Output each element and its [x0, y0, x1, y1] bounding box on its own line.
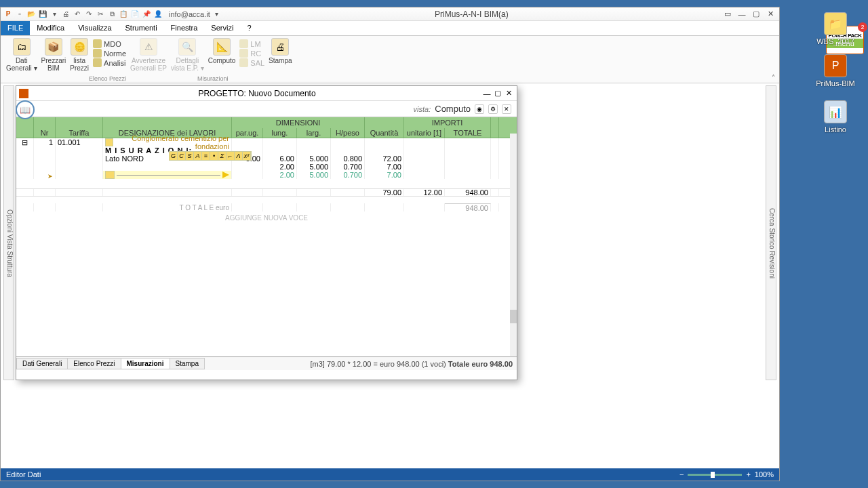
fmt-bullet[interactable]: • [210, 152, 218, 160]
proj-min-icon[interactable]: — [481, 89, 492, 98]
tab-stampa[interactable]: Stampa [170, 358, 205, 369]
open-icon[interactable]: 📂 [26, 9, 36, 19]
minimize-icon[interactable]: — [736, 10, 748, 18]
mis-row-1[interactable]: Lato NORD 3.00 6.00 5.000 0.800 72.00 [16, 155, 517, 163]
right-panel-strip[interactable]: Cerca Storico Revisioni [766, 85, 776, 380]
grid-scrollbar[interactable] [510, 134, 517, 356]
zoom-out-icon[interactable]: − [679, 470, 684, 479]
menu-strumenti[interactable]: Strumenti [119, 21, 164, 35]
tab-elenco-prezzi[interactable]: Elenco Prezzi [67, 358, 121, 369]
item-icon [105, 138, 113, 146]
paste2-icon[interactable]: 📄 [130, 9, 140, 19]
fmt-align[interactable]: ≡ [202, 152, 210, 160]
app-title: PriMus-A-N-I BIM(a) [224, 9, 719, 19]
statusbar-text: Editor Dati [6, 470, 41, 479]
mis-row-2[interactable]: 2.00 5.000 0.700 7.00 [16, 163, 517, 171]
app-icon: P [3, 9, 13, 19]
rib-lm: LM [239, 39, 264, 48]
rib-sal: SAL [239, 58, 264, 67]
undo-icon[interactable]: ↶ [73, 9, 82, 19]
project-icon [19, 89, 28, 98]
rib-stampa[interactable]: 🖨Stampa [269, 38, 292, 64]
new-icon[interactable]: ▫ [15, 9, 24, 19]
colgroup-dim: DIMENSIONI [232, 117, 365, 128]
zoom-in-icon[interactable]: + [746, 470, 750, 479]
col-tariffa[interactable]: Tariffa [56, 128, 103, 138]
vista-book-icon[interactable]: 📖 [16, 100, 35, 119]
tab-misurazioni[interactable]: Misurazioni [121, 358, 170, 369]
col-nr[interactable]: Nr [34, 128, 56, 138]
maximize-icon[interactable]: ▢ [750, 9, 762, 18]
ribgroup-misurazioni: Misurazioni [197, 75, 229, 82]
fmt-and[interactable]: Λ [235, 152, 243, 160]
fmt-g[interactable]: G [170, 152, 178, 160]
cut-icon[interactable]: ✂ [96, 9, 105, 19]
save-icon[interactable]: 💾 [38, 9, 47, 19]
menu-visualizza[interactable]: Visualizza [71, 21, 118, 35]
desktop-listino[interactable]: 📊Listino [815, 100, 856, 134]
vista-eye-icon[interactable]: ◉ [475, 104, 484, 114]
menu-help[interactable]: ? [240, 21, 258, 35]
menu-modifica[interactable]: Modifica [30, 21, 71, 35]
proj-close-icon[interactable]: ✕ [503, 89, 514, 98]
colgroup-imp: IMPORTI [404, 117, 491, 128]
col-qta[interactable]: Quantità [365, 128, 404, 138]
zoom-value[interactable]: 100% [755, 470, 774, 479]
item-row[interactable]: ⊟ 1 01.001 Conglomerato cementizio per f… [16, 138, 517, 146]
project-title: PROGETTO: Nuovo Documento [33, 89, 481, 98]
rib-mdo[interactable]: MDO [93, 39, 126, 48]
col-uni[interactable]: unitario [1] [404, 128, 445, 138]
copy-icon[interactable]: ⧉ [107, 9, 117, 19]
pin-icon[interactable]: 📌 [142, 9, 151, 19]
fmt-neg[interactable]: ⌐ [226, 152, 235, 160]
left-panel-strip[interactable]: Opzioni Vista Struttura [3, 85, 14, 380]
fmt-a[interactable]: A [194, 152, 202, 160]
tab-dati-generali[interactable]: Dati Generali [16, 358, 68, 369]
proj-max-icon[interactable]: ▢ [492, 89, 503, 98]
menu-finestra[interactable]: Finestra [164, 21, 205, 35]
fmt-s[interactable]: S [186, 152, 194, 160]
formula-toolbar[interactable]: G C S A ≡ • Σ ⌐ Λ x² [169, 151, 252, 161]
vista-opt-icon[interactable]: ⚙ [488, 104, 498, 114]
dropdown-icon[interactable]: ▾ [212, 9, 222, 19]
fmt-sum[interactable]: Σ [218, 152, 226, 160]
redo-icon[interactable]: ↷ [84, 9, 94, 19]
rib-computo[interactable]: 📐Computo [208, 38, 236, 64]
col-hp[interactable]: H/peso [331, 128, 365, 138]
desktop-primus[interactable]: PPriMus-BIM [815, 54, 856, 87]
rib-avvertenze: ⚠Avvertenze Generali EP [130, 38, 167, 72]
mis-row-3[interactable]: 2.00 5.000 0.700 7.00 [16, 171, 517, 179]
edit-arrow-icon[interactable] [222, 171, 229, 178]
print-icon[interactable]: 🖨 [61, 9, 71, 19]
menu-file[interactable]: FILE [1, 21, 30, 35]
rib-norme[interactable]: Norme [93, 49, 126, 58]
wopt-icon[interactable]: ▭ [722, 9, 734, 18]
fmt-sq[interactable]: x² [243, 152, 251, 160]
col-lar[interactable]: larg. [297, 128, 331, 138]
powerpack-badge: 2 [858, 22, 867, 32]
col-tot[interactable]: TOTALE [445, 128, 491, 138]
rib-dati-generali[interactable]: 🗂Dati Generali ▾ [6, 38, 37, 72]
subtotal-row: 79.00 12.00 948.00 [16, 188, 517, 197]
fmt-c[interactable]: C [178, 152, 186, 160]
vista-close-icon[interactable]: ✕ [502, 104, 511, 114]
add-voce[interactable]: AGGIUNGE NUOVA VOCE [16, 211, 517, 224]
rib-dettagli: 🔍Dettagli vista E.P. ▾ [171, 38, 204, 72]
col-pu[interactable]: par.ug. [232, 128, 263, 138]
col-exp[interactable] [16, 128, 34, 138]
vista-label: vista: [414, 105, 431, 113]
paste-icon[interactable]: 📋 [119, 9, 128, 19]
rib-lista-prezzi[interactable]: 🪙lista Prezzi [70, 38, 89, 72]
ribbon-collapse-icon[interactable]: ˄ [772, 74, 775, 81]
rib-analisi[interactable]: Analisi [93, 58, 126, 67]
vista-value: Computo [435, 104, 471, 114]
close-icon[interactable]: ✕ [764, 9, 776, 18]
totale-row: T O T A L E euro 948.00 [16, 203, 517, 211]
menu-servizi[interactable]: Servizi [204, 21, 240, 35]
user-email[interactable]: info@acca.it [169, 10, 210, 18]
zoom-slider[interactable] [688, 474, 742, 476]
desktop-wbs[interactable]: 📁WBS_2017 [815, 12, 856, 45]
rib-prezzari-bim[interactable]: 📦Prezzari BIM [41, 38, 66, 72]
mis-label-row: M I S U R A Z I O N I: [16, 146, 517, 155]
col-lun[interactable]: lung. [263, 128, 297, 138]
